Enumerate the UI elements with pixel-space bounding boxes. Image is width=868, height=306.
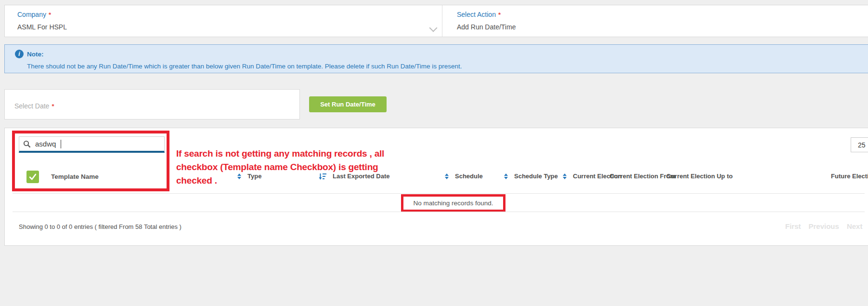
annotation-text-line3: checked . xyxy=(176,174,217,187)
sort-amount-icon xyxy=(319,173,326,180)
company-value: ASML For HSPL xyxy=(17,23,67,31)
required-asterisk: * xyxy=(52,103,54,110)
required-asterisk: * xyxy=(49,11,51,18)
note-title: Note: xyxy=(27,51,44,58)
select-date-input[interactable]: Select Date* xyxy=(4,89,300,120)
action-label: Select Action* xyxy=(457,11,501,18)
info-icon: i xyxy=(15,50,24,58)
field-divider xyxy=(442,5,442,37)
chevron-down-icon[interactable] xyxy=(429,24,438,32)
column-header-label: Type xyxy=(247,170,261,183)
annotation-box-empty-message: No matching records found. xyxy=(401,194,505,212)
page-length-value: 25 xyxy=(858,141,866,149)
pagination-first[interactable]: First xyxy=(785,222,801,230)
column-header-label: Current Election From xyxy=(609,170,675,183)
annotation-text-line1: If search is not getting any matching re… xyxy=(176,147,384,160)
search-value: asdwq xyxy=(35,140,56,148)
select-date-placeholder: Select Date* xyxy=(14,102,54,110)
company-label-text: Company xyxy=(17,11,46,18)
pagination-previous[interactable]: Previous xyxy=(809,222,839,230)
note-banner: i Note: There should not be any Run Date… xyxy=(4,44,868,73)
column-header-schedule[interactable]: Schedule xyxy=(445,170,483,183)
company-select[interactable]: ASML For HSPL xyxy=(17,23,67,31)
page-length-select[interactable]: 25 xyxy=(851,137,868,152)
company-label: Company* xyxy=(17,11,51,18)
column-header-template-name[interactable]: Template Name xyxy=(51,171,99,183)
pagination-next[interactable]: Next xyxy=(847,222,863,230)
top-form-panel: Company* ASML For HSPL Select Action* Ad… xyxy=(4,5,868,37)
select-all-checkbox[interactable] xyxy=(26,171,39,183)
sort-icon xyxy=(237,173,241,179)
column-header-label: Future Election xyxy=(831,170,868,183)
action-select[interactable]: Add Run Date/Time xyxy=(457,23,516,31)
column-header-label: Last Exported Date xyxy=(333,170,389,183)
column-header-future-election[interactable]: Future Election xyxy=(831,170,868,183)
column-header-label: Current Election Up to xyxy=(666,170,733,183)
column-header-current-election-from[interactable]: Current Election From xyxy=(609,170,675,183)
action-value: Add Run Date/Time xyxy=(457,23,516,31)
text-caret xyxy=(61,140,61,148)
column-header-type[interactable]: Type xyxy=(237,170,261,183)
column-header-label: Schedule Type xyxy=(514,170,558,183)
table-divider xyxy=(13,212,865,212)
checkmark-icon xyxy=(28,172,38,182)
set-run-datetime-button[interactable]: Set Run Date/Time xyxy=(309,96,387,112)
table-panel: asdwq 25 Template Name If search is not … xyxy=(4,128,868,246)
column-header-last-exported-date[interactable]: Last Exported Date xyxy=(319,170,389,183)
required-asterisk: * xyxy=(498,11,501,18)
sort-icon xyxy=(504,173,508,179)
pagination: First Previous Next Last xyxy=(785,222,868,230)
column-header-label: Schedule xyxy=(455,170,483,183)
select-date-placeholder-text: Select Date xyxy=(14,102,49,110)
entries-summary: Showing 0 to 0 of 0 entries ( filtered F… xyxy=(19,223,181,230)
column-header-current-election-up-to[interactable]: Current Election Up to xyxy=(666,170,733,183)
sort-icon xyxy=(563,173,567,179)
note-body: There should not be any Run Date/Time wh… xyxy=(27,63,462,70)
sort-icon xyxy=(445,173,449,179)
column-header-schedule-type[interactable]: Schedule Type xyxy=(504,170,558,183)
action-label-text: Select Action xyxy=(457,11,496,18)
search-icon xyxy=(23,140,31,148)
table-divider xyxy=(13,193,865,194)
empty-message: No matching records found. xyxy=(414,200,493,207)
search-input[interactable]: asdwq xyxy=(19,136,165,153)
